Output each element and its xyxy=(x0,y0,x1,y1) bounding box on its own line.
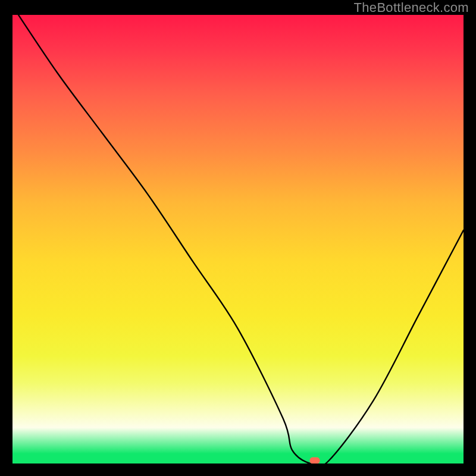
chart-frame: TheBottleneck.com xyxy=(0,0,476,476)
left-axis-pad xyxy=(0,0,12,476)
plot-area xyxy=(12,15,464,464)
bottom-axis-pad xyxy=(0,464,476,476)
watermark-text: TheBottleneck.com xyxy=(354,0,469,15)
bottleneck-curve xyxy=(12,15,464,464)
